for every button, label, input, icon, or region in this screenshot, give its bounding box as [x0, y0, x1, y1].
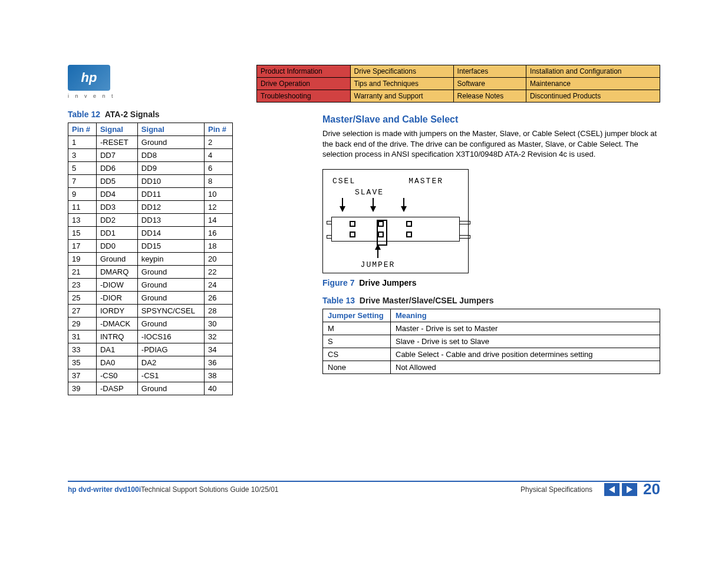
- arrow-down-icon: [340, 198, 345, 212]
- arrow-down-icon: [370, 198, 376, 212]
- nav-link[interactable]: Troubleshooting: [257, 90, 351, 103]
- next-page-button[interactable]: [622, 483, 637, 496]
- table-header: Meaning: [391, 309, 660, 322]
- table-header: Pin #: [68, 123, 97, 136]
- jumper-pin-block: [331, 217, 460, 242]
- table-row: 7DD5DD108: [68, 175, 233, 188]
- nav-link[interactable]: Drive Operation: [257, 78, 351, 90]
- hp-logo: hp i n v e n t: [68, 65, 233, 99]
- table-ata2-signals: Pin #SignalSignalPin # 1-RESETGround23DD…: [68, 123, 233, 395]
- hp-logo-mark: hp: [68, 65, 110, 91]
- nav-link[interactable]: Maintenance: [526, 78, 660, 90]
- nav-link[interactable]: Interfaces: [453, 65, 526, 78]
- table-row: 25-DIORGround26: [68, 292, 233, 305]
- table-row: 5DD6DD96: [68, 162, 233, 175]
- arrow-down-icon: [401, 198, 407, 212]
- table-row: SSlave - Drive is set to Slave: [323, 335, 660, 348]
- table-row: 19Groundkeypin20: [68, 253, 233, 266]
- arrow-right-icon: [627, 486, 633, 493]
- prev-page-button[interactable]: [604, 483, 620, 496]
- footer-subtitle: Technical Support Solutions Guide 10/25/…: [141, 485, 279, 494]
- footer-title: hp dvd-writer dvd100i: [68, 485, 141, 494]
- table-row: 11DD3DD1212: [68, 201, 233, 214]
- label-csel: CSEL: [332, 177, 355, 186]
- table-header: Pin #: [205, 123, 233, 136]
- page-number: 20: [643, 480, 660, 498]
- hp-tagline: i n v e n t: [68, 93, 233, 99]
- table-row: 3DD7DD84: [68, 149, 233, 162]
- table-row: CSCable Select - Cable and drive positio…: [323, 348, 660, 361]
- table-row: 9DD4DD1110: [68, 188, 233, 201]
- table12-caption: Table 12 ATA-2 Signals: [68, 110, 233, 119]
- table-row: 21DMARQGround22: [68, 266, 233, 279]
- table-jumpers: Jumper SettingMeaning MMaster - Drive is…: [322, 309, 660, 374]
- table-row: 35DA0DA236: [68, 356, 233, 369]
- nav-link[interactable]: Discontinued Products: [526, 90, 660, 103]
- table-row: 33DA1-PDIAG34: [68, 343, 233, 356]
- table-row: MMaster - Drive is set to Master: [323, 322, 660, 335]
- table-row: 1-RESETGround2: [68, 136, 233, 149]
- nav-link[interactable]: Warranty and Support: [350, 90, 453, 103]
- nav-link[interactable]: Drive Specifications: [350, 65, 453, 78]
- label-jumper: JUMPER: [361, 260, 396, 269]
- label-master: MASTER: [409, 177, 443, 186]
- nav-link[interactable]: Installation and Configuration: [526, 65, 660, 78]
- nav-link[interactable]: Software: [453, 78, 526, 90]
- section-body: Drive selection is made with jumpers on …: [322, 128, 660, 160]
- table-row: 23-DIOWGround24: [68, 279, 233, 292]
- nav-link[interactable]: Release Notes: [453, 90, 526, 103]
- table-row: 15DD1DD1416: [68, 227, 233, 240]
- table-row: 39-DASPGround40: [68, 382, 233, 395]
- nav-table: Product InformationDrive SpecificationsI…: [256, 65, 660, 103]
- table-row: NoneNot Allowed: [323, 361, 660, 373]
- label-slave: SLAVE: [355, 188, 384, 197]
- jumper-installed: [377, 220, 387, 246]
- footer-section: Physical Specifications: [521, 485, 592, 494]
- figure7-caption: Figure 7 Drive Jumpers: [322, 278, 660, 287]
- table-row: 27IORDYSPSYNC/CSEL28: [68, 305, 233, 318]
- table13-caption: Table 13 Drive Master/Slave/CSEL Jumpers: [322, 296, 660, 305]
- table-header: Signal: [137, 123, 204, 136]
- figure-drive-jumpers: CSEL MASTER SLAVE: [322, 169, 469, 273]
- page-footer: hp dvd-writer dvd100i Technical Support …: [68, 480, 660, 498]
- nav-link[interactable]: Product Information: [257, 65, 351, 78]
- table-row: 13DD2DD1314: [68, 214, 233, 227]
- arrow-up-icon: [375, 244, 381, 258]
- nav-link[interactable]: Tips and Techniques: [350, 78, 453, 90]
- table-header: Jumper Setting: [323, 309, 391, 322]
- table-row: 37-CS0-CS138: [68, 369, 233, 382]
- table-header: Signal: [96, 123, 137, 136]
- table-row: 17DD0DD1518: [68, 240, 233, 253]
- table-row: 29-DMACKGround30: [68, 318, 233, 330]
- arrow-left-icon: [609, 486, 615, 493]
- section-heading: Master/Slave and Cable Select: [322, 114, 660, 125]
- table-row: 31INTRQ-IOCS1632: [68, 330, 233, 343]
